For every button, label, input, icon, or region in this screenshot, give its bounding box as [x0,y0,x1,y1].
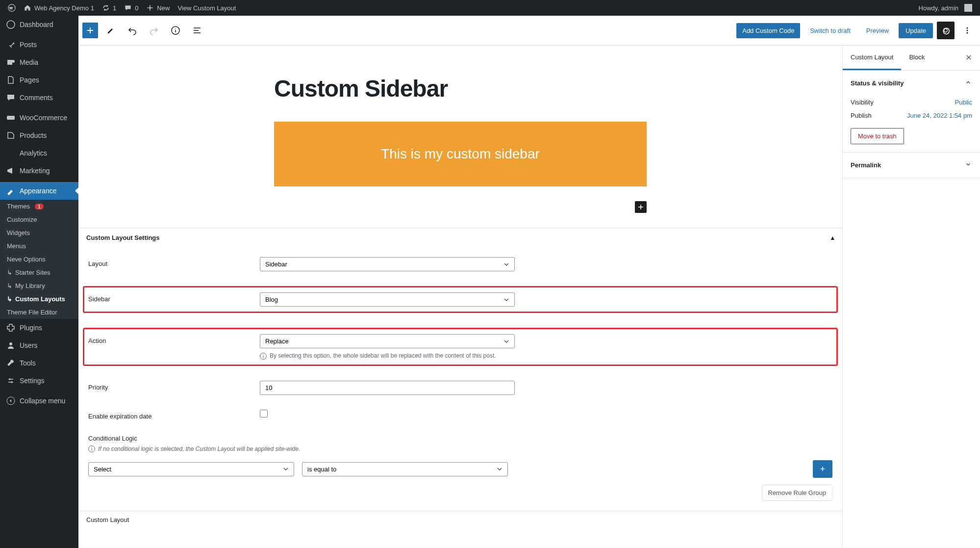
rule-field-select[interactable]: Select [88,462,294,476]
move-to-trash-button[interactable]: Move to trash [851,128,904,144]
update-button[interactable]: Update [899,23,933,38]
rule-operator-select[interactable]: is equal to [302,462,508,476]
sidebar-item-woocommerce[interactable]: WooCommerce [0,109,78,127]
sidebar-item-analytics[interactable]: Analytics [0,144,78,162]
submenu-neve-options[interactable]: Neve Options [0,253,78,266]
submenu-theme-file-editor[interactable]: Theme File Editor [0,306,78,319]
meta-title: Custom Layout Settings [86,234,160,241]
submenu-label: Custom Layouts [15,295,65,303]
add-block-button[interactable] [82,23,98,38]
permalink-toggle[interactable]: Permalink [843,153,980,178]
submenu-label: My Library [15,282,45,289]
comments-count: 0 [135,4,138,12]
plus-icon [146,4,154,12]
redo-button[interactable] [145,22,163,39]
status-visibility-toggle[interactable]: Status & visibility [843,71,980,96]
more-options-button[interactable] [958,22,976,39]
undo-button[interactable] [124,22,141,39]
add-custom-code-button[interactable]: Add Custom Code [736,23,800,38]
switch-to-draft-button[interactable]: Switch to draft [804,23,856,38]
submenu-customize[interactable]: Customize [0,213,78,226]
sidebar-item-products[interactable]: Products [0,127,78,144]
sidebar-item-label: Products [20,131,47,139]
add-rule-button[interactable]: + [813,460,832,478]
preview-button[interactable]: Preview [860,23,895,38]
submenu-menus[interactable]: Menus [0,239,78,253]
sidebar-item-tools[interactable]: Tools [0,354,78,372]
media-icon [6,57,16,67]
wp-logo[interactable] [4,0,20,16]
view-label: View Custom Layout [177,4,236,12]
sidebar-item-label: Settings [20,377,45,385]
submenu-themes[interactable]: Themes1 [0,200,78,213]
update-icon [102,4,110,12]
publish-date-button[interactable]: June 24, 2022 1:54 pm [907,112,972,119]
meta-box-header[interactable]: Custom Layout Settings ▴ [78,228,842,247]
details-button[interactable] [167,22,184,39]
post-title[interactable]: Custom Sidebar [254,75,666,102]
sidebar-item-settings[interactable]: Settings [0,372,78,390]
sidebar-item-pages[interactable]: Pages [0,71,78,89]
svg-rect-3 [7,116,15,120]
info-icon: i [88,445,95,452]
close-panel-button[interactable] [957,48,980,68]
analytics-icon [6,148,16,158]
sidebar-item-label: Marketing [20,167,50,175]
marketing-icon [6,166,16,176]
submenu-custom-layouts[interactable]: ↳Custom Layouts [0,292,78,306]
svg-point-7 [967,27,968,29]
sidebar-item-comments[interactable]: Comments [0,89,78,106]
editor-canvas[interactable]: Custom Sidebar This is my custom sidebar… [78,46,842,548]
updates-link[interactable]: 1 [98,0,120,16]
settings-toggle-button[interactable] [937,22,955,39]
visibility-value-button[interactable]: Public [955,99,972,106]
collapse-icon: ▴ [831,234,834,241]
settings-panel: Custom Layout Block Status & visibility … [842,46,980,548]
publish-label: Publish [851,112,872,119]
sidebar-select[interactable]: Blog [260,292,515,307]
visibility-label: Visibility [851,99,874,106]
permalink-title: Permalink [851,161,881,169]
view-link[interactable]: View Custom Layout [174,0,240,16]
expiration-checkbox[interactable] [260,410,268,418]
action-label: Action [88,334,250,344]
sidebar-item-dashboard[interactable]: Dashboard [0,16,78,33]
sidebar-item-collapse[interactable]: Collapse menu [0,392,78,410]
avatar [964,4,972,12]
admin-bar: Web Agency Demo 1 1 0 New View Custom La… [0,0,980,16]
custom-sidebar-block[interactable]: This is my custom sidebar [274,122,647,186]
sidebar-item-users[interactable]: Users [0,337,78,354]
sidebar-item-posts[interactable]: Posts [0,36,78,53]
submenu-label: Starter Sites [15,269,50,276]
new-content-link[interactable]: New [142,0,174,16]
pin-icon [6,40,16,50]
tab-block[interactable]: Block [901,46,932,70]
status-title: Status & visibility [851,79,904,87]
submenu-widgets[interactable]: Widgets [0,226,78,239]
sidebar-item-label: Plugins [20,324,42,332]
submenu-my-library[interactable]: ↳My Library [0,279,78,292]
edit-mode-button[interactable] [102,22,120,39]
svg-point-9 [967,32,968,34]
outline-button[interactable] [188,22,206,39]
block-breadcrumb[interactable]: Custom Layout [78,511,842,528]
priority-input[interactable] [260,381,515,395]
layout-select[interactable]: Sidebar [260,257,515,271]
submenu-starter-sites[interactable]: ↳Starter Sites [0,266,78,279]
plugins-icon [6,323,16,333]
my-account[interactable]: Howdy, admin [915,0,976,16]
sidebar-item-plugins[interactable]: Plugins [0,319,78,337]
site-name-link[interactable]: Web Agency Demo 1 [20,0,98,16]
remove-rule-group-button[interactable]: Remove Rule Group [762,485,833,501]
expiration-label: Enable expiration date [88,410,250,420]
page-icon [6,75,16,85]
comments-icon [6,93,16,103]
sidebar-item-media[interactable]: Media [0,53,78,71]
action-select[interactable]: Replace [260,334,515,348]
comments-link[interactable]: 0 [120,0,142,16]
append-block-button[interactable] [635,201,647,213]
sidebar-item-marketing[interactable]: Marketing [0,162,78,180]
sidebar-item-appearance[interactable]: Appearance [0,182,78,200]
tab-custom-layout[interactable]: Custom Layout [843,46,901,70]
collapse-icon [6,396,16,406]
